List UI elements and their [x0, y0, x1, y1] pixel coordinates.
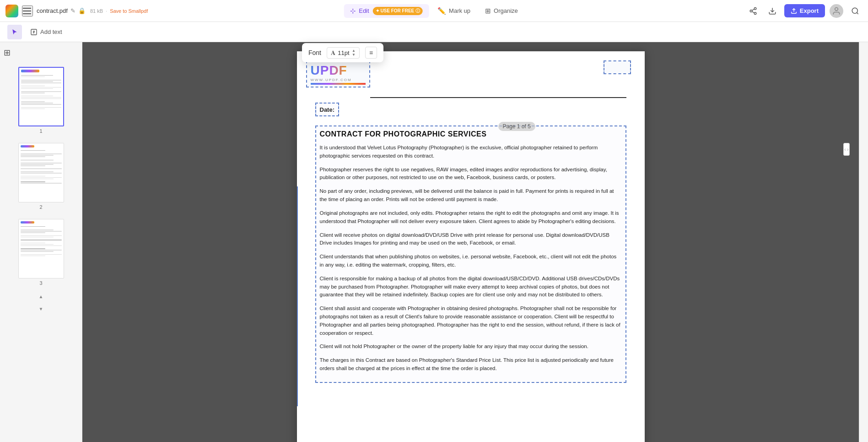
- updf-logo-text: UPDF: [311, 63, 347, 78]
- export-button[interactable]: Export: [784, 4, 825, 17]
- hamburger-menu[interactable]: [22, 5, 33, 16]
- thumbnail-panel: ⊞: [0, 42, 82, 442]
- top-right-actions: Export: [746, 4, 863, 18]
- pdf-viewer: Page 1 of 5 UPDF WWW.UPDF.COM: [82, 42, 859, 442]
- updf-logo: UPDF WWW.UPDF.COM: [311, 63, 366, 85]
- updf-logo-url: WWW.UPDF.COM: [311, 78, 352, 82]
- updf-logo-bar: [311, 83, 366, 85]
- svg-point-1: [750, 10, 752, 12]
- font-size-down[interactable]: ▼: [352, 53, 356, 57]
- edit-tool-icon: ⊹: [350, 7, 356, 15]
- add-text-label: Add text: [40, 28, 62, 35]
- font-toolbar: Font 𝐀 11pt ▲ ▼ ≡: [302, 43, 383, 62]
- main-content-selection-box[interactable]: CONTRACT FOR PHOTOGRAPHIC SERVICES It is…: [315, 126, 626, 383]
- pdf-document: UPDF WWW.UPDF.COM Date: CONTRACT FOR PHO…: [297, 51, 645, 442]
- user-avatar[interactable]: [830, 4, 843, 18]
- thumbnail-label-1: 1: [39, 128, 42, 134]
- svg-point-0: [754, 7, 756, 10]
- svg-point-8: [852, 8, 857, 13]
- save-to-smallpdf-link[interactable]: Save to Smallpdf: [110, 8, 148, 14]
- page-indicator: Page 1 of 5: [498, 122, 535, 131]
- right-sidebar: [859, 42, 868, 442]
- file-size: 81 kB: [90, 8, 103, 14]
- app-icon: [5, 5, 18, 17]
- font-size-up[interactable]: ▲: [352, 49, 356, 53]
- font-size-control: 𝐀 11pt ▲ ▼: [327, 47, 360, 59]
- contract-title: CONTRACT FOR PHOTOGRAPHIC SERVICES: [320, 130, 622, 138]
- thumbnail-image-3: [18, 219, 64, 278]
- updf-logo-selection-box[interactable]: UPDF WWW.UPDF.COM: [306, 60, 370, 87]
- thumbnail-page-2[interactable]: 2: [16, 141, 66, 212]
- svg-point-2: [754, 12, 756, 15]
- font-size-value: 11pt: [337, 49, 350, 56]
- thumbnail-scroll-down[interactable]: ▼: [38, 306, 44, 312]
- svg-line-9: [857, 12, 858, 14]
- search-button[interactable]: [848, 4, 863, 18]
- paragraph-9: Client will not hold Photographer or the…: [320, 343, 622, 351]
- markup-tool-icon: ✏️: [437, 7, 446, 15]
- paragraph-1: It is understood that Velvet Lotus Photo…: [320, 144, 622, 160]
- paragraph-2: Photographer reserves the right to use n…: [320, 166, 622, 182]
- secondary-toolbar: Add text: [0, 22, 868, 42]
- header-right-box[interactable]: [604, 60, 631, 74]
- text-align-button[interactable]: ≡: [365, 47, 377, 59]
- thumbnail-image-2: [18, 143, 64, 202]
- tab-markup[interactable]: ✏️ Mark up: [431, 4, 477, 18]
- date-selection-box[interactable]: Date:: [315, 103, 340, 116]
- paragraph-10: The charges in this Contract are based o…: [320, 356, 622, 373]
- use-for-free-badge[interactable]: ✦ USE FOR FREE ⓘ: [373, 7, 423, 15]
- font-label: Font: [308, 49, 321, 56]
- svg-line-3: [752, 11, 754, 13]
- edit-filename-icon[interactable]: ✎: [70, 7, 75, 14]
- paragraph-7: Client is responsible for making a backu…: [320, 275, 622, 299]
- thumbnail-scroll-up[interactable]: ▲: [38, 293, 44, 300]
- paragraph-5: Client will receive photos on digital do…: [320, 231, 622, 248]
- selection-left-bar: [297, 186, 298, 406]
- paragraph-8: Client shall assist and cooperate with P…: [320, 305, 622, 337]
- download-button[interactable]: [765, 4, 780, 18]
- thumbnail-label-3: 3: [39, 280, 42, 286]
- paragraph-6: Client understands that when publishing …: [320, 253, 622, 269]
- lock-icon: 🔒: [78, 7, 86, 14]
- add-text-button[interactable]: Add text: [26, 27, 67, 38]
- thumbnail-page-3[interactable]: 3: [16, 217, 66, 288]
- paragraph-3: No part of any order, including previews…: [320, 187, 622, 204]
- svg-line-4: [752, 9, 754, 10]
- panel-toggle-button[interactable]: ⊞: [0, 46, 14, 60]
- cursor-tool-button[interactable]: [7, 25, 22, 39]
- font-size-icon: 𝐀: [331, 49, 335, 57]
- main-area: ⊞: [0, 42, 868, 442]
- paragraph-4: Original photographs are not included, o…: [320, 209, 622, 226]
- font-size-stepper[interactable]: ▲ ▼: [352, 49, 356, 57]
- main-toolbar: ⊹ Edit ✦ USE FOR FREE ⓘ ✏️ Mark up ⊞ Org…: [344, 4, 524, 18]
- svg-point-7: [835, 7, 838, 11]
- top-bar: contract.pdf ✎ 🔒 81 kB · Save to Smallpd…: [0, 0, 868, 22]
- contract-body: It is understood that Velvet Lotus Photo…: [320, 144, 622, 373]
- tab-organize[interactable]: ⊞ Organize: [479, 4, 524, 18]
- date-label: Date:: [320, 106, 335, 113]
- share-button[interactable]: [746, 4, 760, 18]
- thumbnail-image-1: [18, 67, 64, 126]
- header-divider: [370, 97, 626, 98]
- thumbnail-page-1[interactable]: 1: [16, 65, 66, 136]
- organize-tool-icon: ⊞: [485, 7, 491, 15]
- file-name: contract.pdf: [37, 7, 68, 14]
- tab-edit[interactable]: ⊹ Edit ✦ USE FOR FREE ⓘ: [344, 4, 429, 18]
- thumbnail-label-2: 2: [39, 204, 42, 210]
- right-panel-collapse[interactable]: ‹ ›: [843, 143, 850, 156]
